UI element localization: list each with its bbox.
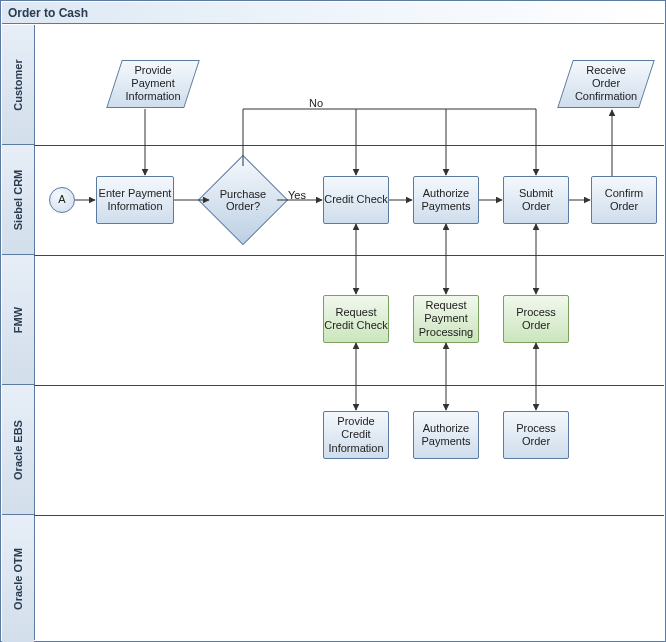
node-purchase-order-decision: Purchase Order?	[211, 168, 275, 232]
node-label: Process Order	[504, 306, 568, 332]
node-label: Authorize Payments	[414, 422, 478, 448]
node-submit-order: Submit Order	[503, 176, 569, 224]
node-request-payment-processing: Request Payment Processing	[413, 295, 479, 343]
node-label: Provide Payment Information	[115, 64, 191, 104]
edge-label-no: No	[309, 97, 323, 109]
lane-label-text: Customer	[12, 59, 24, 110]
node-process-order-fmw: Process Order	[503, 295, 569, 343]
node-provide-payment-info: Provide Payment Information	[106, 60, 200, 108]
node-label: Authorize Payments	[414, 187, 478, 213]
node-request-credit-check: Request Credit Check	[323, 295, 389, 343]
lane-label-fmw: FMW	[2, 255, 34, 385]
node-authorize-payments-ebs: Authorize Payments	[413, 411, 479, 459]
node-provide-credit-info: Provide Credit Information	[323, 411, 389, 459]
lane-divider	[34, 385, 664, 386]
node-label: Enter Payment Information	[97, 187, 173, 213]
node-label: Purchase Order?	[211, 188, 275, 212]
node-enter-payment-info: Enter Payment Information	[96, 176, 174, 224]
lane-label-text: Oracle OTM	[12, 548, 24, 610]
lane-divider	[34, 515, 664, 516]
node-confirm-order: Confirm Order	[591, 176, 657, 224]
lane-divider	[34, 145, 664, 146]
lane-label-customer: Customer	[2, 25, 34, 145]
swimlane-diagram: Order to Cash Customer Siebel CRM FMW Or…	[0, 0, 666, 642]
node-label: Request Credit Check	[324, 306, 388, 332]
lane-label-text: FMW	[12, 306, 24, 332]
lane-label-otm: Oracle OTM	[2, 515, 34, 642]
lane-label-ebs: Oracle EBS	[2, 385, 34, 515]
lane-label-text: Oracle EBS	[12, 420, 24, 480]
node-receive-order-confirmation: Receive Order Confirmation	[557, 60, 655, 108]
lane-label-strip: Customer Siebel CRM FMW Oracle EBS Oracl…	[2, 25, 35, 640]
edge-label-yes: Yes	[288, 189, 306, 201]
node-process-order-ebs: Process Order	[503, 411, 569, 459]
node-label: Credit Check	[324, 193, 388, 206]
diagram-title: Order to Cash	[2, 2, 664, 24]
lane-label-text: Siebel CRM	[12, 169, 24, 230]
node-label: Request Payment Processing	[414, 299, 478, 339]
node-label: Provide Credit Information	[324, 415, 388, 455]
lane-divider	[34, 255, 664, 256]
node-label: Process Order	[504, 422, 568, 448]
node-start: A	[49, 187, 75, 213]
node-label: Confirm Order	[592, 187, 656, 213]
node-label: Submit Order	[504, 187, 568, 213]
node-label: A	[58, 193, 65, 206]
node-label: Receive Order Confirmation	[566, 64, 646, 104]
lane-label-siebel: Siebel CRM	[2, 145, 34, 255]
node-credit-check: Credit Check	[323, 176, 389, 224]
node-authorize-payments: Authorize Payments	[413, 176, 479, 224]
